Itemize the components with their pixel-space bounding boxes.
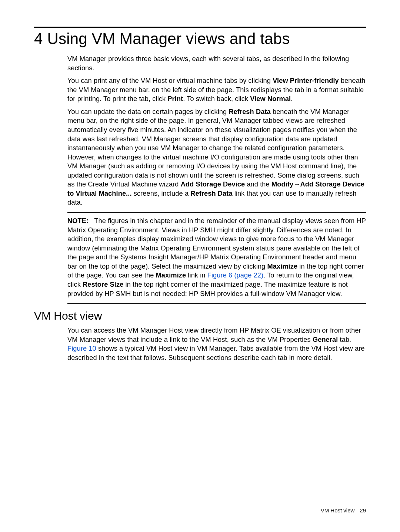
text-run: beneath the VM Manager menu bar, on the … bbox=[67, 108, 359, 188]
view-printer-friendly-label: View Printer-friendly bbox=[273, 77, 339, 84]
restore-size-label: Restore Size bbox=[83, 281, 123, 288]
text-run: . bbox=[291, 95, 293, 102]
chapter-rule bbox=[34, 27, 366, 28]
section-heading-vm-host-view: VM Host view bbox=[34, 310, 366, 322]
body-block: VM Manager provides three basic views, e… bbox=[67, 54, 366, 304]
text-run: tab. bbox=[338, 336, 351, 343]
text-run: shows a typical VM Host view in VM Manag… bbox=[67, 345, 365, 361]
general-tab-label: General bbox=[313, 336, 338, 343]
figure-6-link[interactable]: Figure 6 (page 22) bbox=[207, 272, 263, 279]
maximize-label-2: Maximize bbox=[156, 272, 186, 279]
text-run: and the bbox=[245, 181, 271, 188]
refresh-paragraph: You can update the data on certain pages… bbox=[67, 107, 366, 207]
text-run: link in bbox=[186, 272, 207, 279]
footer-page-number: 29 bbox=[360, 507, 366, 514]
note-rule-top bbox=[67, 212, 366, 213]
maximize-label: Maximize bbox=[267, 263, 297, 270]
intro-paragraph: VM Manager provides three basic views, e… bbox=[67, 54, 366, 73]
text-run: screens, include a bbox=[132, 190, 191, 197]
text-run: You can print any of the VM Host or virt… bbox=[67, 77, 273, 84]
text-run: The figures in this chapter and in the r… bbox=[67, 217, 366, 270]
figure-10-link[interactable]: Figure 10 bbox=[67, 345, 96, 352]
modify-label: Modify bbox=[271, 181, 293, 188]
text-run: . To switch back, click bbox=[183, 95, 250, 102]
chapter-number: 4 bbox=[34, 30, 43, 47]
add-storage-device-label: Add Storage Device bbox=[181, 181, 245, 188]
chapter-title: Using VM Manager views and tabs bbox=[47, 30, 290, 47]
arrow-icon: → bbox=[293, 181, 300, 188]
vm-host-view-paragraph: You can access the VM Manager Host view … bbox=[67, 326, 366, 362]
refresh-data-label: Refresh Data bbox=[229, 108, 270, 115]
page-footer: VM Host view29 bbox=[321, 507, 366, 514]
note-label: NOTE: bbox=[67, 217, 89, 225]
note-paragraph: NOTE: The figures in this chapter and in… bbox=[67, 216, 366, 298]
text-run: You can update the data on certain pages… bbox=[67, 108, 229, 115]
refresh-data-link-label: Refresh Data bbox=[190, 190, 232, 197]
view-normal-label: View Normal bbox=[250, 95, 291, 102]
chapter-heading: 4 Using VM Manager views and tabs bbox=[34, 30, 366, 48]
footer-section-title: VM Host view bbox=[321, 507, 355, 514]
section-body: You can access the VM Manager Host view … bbox=[67, 326, 366, 362]
print-paragraph: You can print any of the VM Host or virt… bbox=[67, 76, 366, 104]
page-container: 4 Using VM Manager views and tabs VM Man… bbox=[0, 0, 400, 532]
note-rule-bottom bbox=[67, 303, 366, 304]
print-label: Print bbox=[167, 95, 183, 102]
